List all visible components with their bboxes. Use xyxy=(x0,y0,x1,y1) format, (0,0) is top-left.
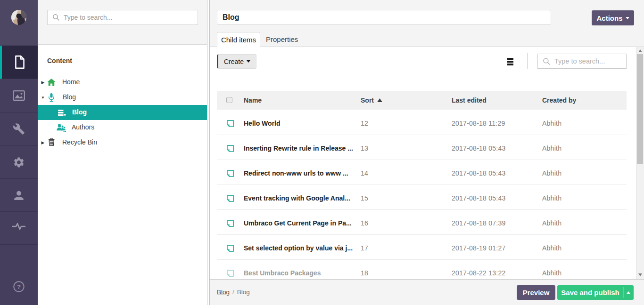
svg-text:?: ? xyxy=(17,283,21,290)
